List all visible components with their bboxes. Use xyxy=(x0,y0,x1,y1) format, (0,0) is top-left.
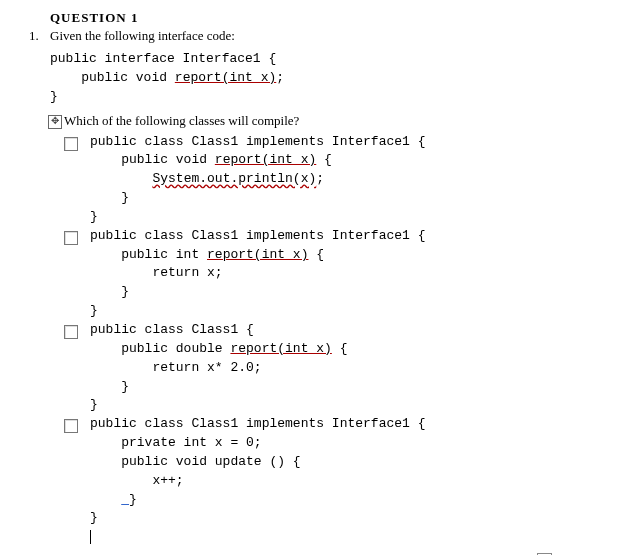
option-4-code: public class Class1 implements Interface… xyxy=(90,415,425,547)
question-2-heading: QUESTION 2 xyxy=(50,551,138,555)
table-move-handle-icon[interactable]: ✥ xyxy=(48,115,62,129)
question-1-intro: Given the following interface code: xyxy=(50,28,235,43)
interface-code-block: public interface Interface1 { public voi… xyxy=(50,50,612,107)
option-1-row: public class Class1 implements Interface… xyxy=(64,133,612,227)
option-1-checkbox[interactable] xyxy=(64,137,78,151)
question-1-item: Given the following interface code: publ… xyxy=(42,28,612,547)
option-2-row: public class Class1 implements Interface… xyxy=(64,227,612,321)
text-cursor xyxy=(90,530,91,544)
option-3-row: public class Class1 { public double repo… xyxy=(64,321,612,415)
option-3-code: public class Class1 { public double repo… xyxy=(90,321,347,415)
options-container: public class Class1 implements Interface… xyxy=(64,133,612,548)
option-2-checkbox[interactable] xyxy=(64,231,78,245)
option-4-checkbox[interactable] xyxy=(64,419,78,433)
option-3-checkbox[interactable] xyxy=(64,325,78,339)
option-4-row: public class Class1 implements Interface… xyxy=(64,415,612,547)
option-2-code: public class Class1 implements Interface… xyxy=(90,227,425,321)
question-1-heading: QUESTION 1 xyxy=(50,10,612,26)
question-1-prompt: ✥Which of the following classes will com… xyxy=(48,113,612,129)
option-1-code: public class Class1 implements Interface… xyxy=(90,133,425,227)
